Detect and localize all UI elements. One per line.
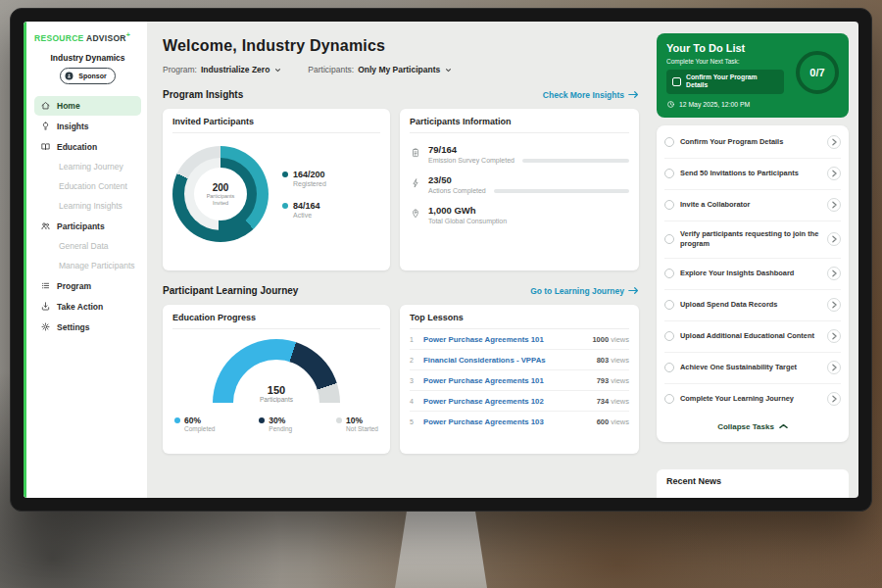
task-open-button[interactable]: [827, 267, 841, 280]
stat-value: 79/164: [428, 144, 629, 155]
gauge-legend-dot-1: [259, 417, 265, 423]
sidebar-item-home[interactable]: Home: [34, 96, 141, 116]
sidebar-item-take-action[interactable]: Take Action: [34, 297, 141, 317]
legend-label: Completed: [184, 425, 215, 432]
lesson-title-link[interactable]: Power Purchase Agreements 101: [423, 376, 591, 385]
task-open-button[interactable]: [827, 135, 841, 149]
go-to-learning-journey-link[interactable]: Go to Learning Journey: [530, 286, 639, 296]
legend-value: 164/200: [293, 170, 326, 179]
task-checkbox[interactable]: [664, 331, 674, 341]
sidebar-item-label: General Data: [59, 241, 109, 251]
task-open-button[interactable]: [827, 298, 841, 312]
legend-label: Registered: [293, 180, 326, 187]
task-row[interactable]: Complete Your Learning Journey: [664, 384, 841, 415]
sidebar-item-label: Insights: [57, 122, 89, 131]
lesson-row[interactable]: 5 Power Purchase Agreements 103 600 view…: [410, 412, 629, 431]
bulb-icon: [40, 121, 51, 131]
stat-body: 79/164 Emission Survey Completed: [428, 144, 629, 164]
sidebar-item-participants[interactable]: Participants: [34, 217, 141, 236]
gauge-legend-dot-0: [174, 417, 180, 423]
arrow-right-icon: [628, 286, 639, 295]
lesson-views: 803 views: [597, 356, 629, 365]
sidebar-item-education-content[interactable]: Education Content: [34, 177, 141, 196]
task-open-button[interactable]: [827, 361, 841, 374]
task-checkbox[interactable]: [664, 300, 674, 310]
stat-label: Actions Completed: [428, 187, 486, 194]
check-more-insights-link[interactable]: Check More Insights: [543, 90, 639, 100]
participants-filter-dropdown[interactable]: Participants: Only My Participants: [308, 65, 453, 74]
monitor-bezel: RESOURCE ADVISOR+ Industry Dynamics Spon…: [10, 8, 872, 512]
link-label: Check More Insights: [543, 90, 624, 100]
task-open-button[interactable]: [827, 167, 841, 180]
sidebar-item-manage-participants[interactable]: Manage Participants: [34, 257, 141, 275]
invited-participants-donut: 200 Participants Invited: [172, 146, 269, 242]
clock-icon: [666, 100, 675, 109]
task-label: Send 50 Invitations to Participants: [680, 169, 821, 178]
task-row[interactable]: Upload Spend Data Records: [664, 290, 841, 321]
stat-body: 23/50 Actions Completed: [428, 174, 629, 194]
task-open-button[interactable]: [827, 232, 841, 246]
chevron-right-icon: [831, 332, 838, 340]
lesson-title-link[interactable]: Power Purchase Agreements 102: [423, 397, 591, 406]
sidebar-item-label: Education: [57, 142, 97, 152]
task-row[interactable]: Send 50 Invitations to Participants: [664, 159, 841, 190]
sidebar-menu: Home Insights Education Learning Journey: [34, 96, 141, 338]
lesson-rank: 4: [410, 398, 417, 405]
gear-icon: [40, 321, 51, 332]
task-row[interactable]: Confirm Your Program Details: [664, 127, 841, 159]
lesson-row[interactable]: 3 Power Purchase Agreements 101 793 view…: [410, 370, 629, 391]
task-checkbox[interactable]: [664, 394, 674, 404]
lesson-row[interactable]: 1 Power Purchase Agreements 101 1000 vie…: [410, 329, 629, 350]
lesson-title-link[interactable]: Power Purchase Agreements 101: [423, 335, 586, 344]
gauge-legend-dot-2: [336, 417, 342, 423]
task-row[interactable]: Explore Your Insights Dashboard: [664, 259, 841, 290]
task-checkbox[interactable]: [664, 234, 674, 244]
sidebar-item-learning-journey[interactable]: Learning Journey: [34, 158, 141, 176]
list-icon: [40, 280, 51, 291]
sidebar-item-insights[interactable]: Insights: [34, 117, 141, 136]
task-row[interactable]: Invite a Collaborator: [664, 190, 841, 221]
legend-dot-registered: [282, 172, 288, 177]
lesson-row[interactable]: 2 Financial Considerations - VPPAs 803 v…: [410, 350, 629, 370]
sidebar-item-general-data[interactable]: General Data: [34, 237, 141, 256]
lesson-rank: 1: [410, 336, 417, 343]
task-row[interactable]: Upload Additional Educational Content: [664, 321, 841, 353]
next-task-checkbox[interactable]: [672, 77, 681, 86]
collapse-tasks-button[interactable]: Collapse Tasks: [664, 415, 841, 440]
task-label: Confirm Your Program Details: [680, 137, 821, 147]
task-checkbox[interactable]: [664, 169, 674, 178]
sponsor-badge[interactable]: Sponsor: [60, 68, 115, 84]
lesson-title-link[interactable]: Power Purchase Agreements 103: [423, 417, 591, 426]
task-row[interactable]: Achieve One Sustainability Target: [664, 353, 841, 384]
task-open-button[interactable]: [827, 329, 841, 343]
chevron-right-icon: [831, 170, 838, 177]
next-task-chip[interactable]: Confirm Your Program Details: [666, 70, 784, 94]
task-checkbox[interactable]: [664, 137, 674, 147]
task-row[interactable]: Verify participants requesting to join t…: [664, 221, 841, 259]
program-insights-title: Program Insights: [163, 89, 243, 100]
task-checkbox[interactable]: [664, 269, 674, 278]
filter-bar: Program: Industrialize Zero Participants…: [163, 65, 639, 74]
sidebar-item-label: Take Action: [57, 302, 103, 312]
legend-item-active: 84/164 Active: [282, 201, 326, 219]
recent-news-header[interactable]: Recent News: [657, 469, 849, 498]
progress-bar: [522, 159, 629, 163]
lesson-title-link[interactable]: Financial Considerations - VPPAs: [423, 356, 591, 365]
task-checkbox[interactable]: [664, 200, 674, 210]
sidebar-item-program[interactable]: Program: [34, 276, 141, 296]
task-open-button[interactable]: [827, 198, 841, 212]
progress-bar: [494, 189, 629, 193]
lesson-views: 793 views: [597, 376, 629, 385]
sidebar-item-settings[interactable]: Settings: [34, 318, 141, 337]
action-icon: [40, 301, 51, 312]
lesson-row[interactable]: 4 Power Purchase Agreements 102 734 view…: [410, 391, 629, 412]
card-title: Invited Participants: [172, 117, 380, 133]
sidebar-item-education[interactable]: Education: [34, 137, 141, 157]
task-checkbox[interactable]: [664, 363, 674, 372]
sidebar-item-learning-insights[interactable]: Learning Insights: [34, 197, 141, 216]
stat-label: Total Global Consumption: [428, 218, 507, 224]
task-open-button[interactable]: [827, 392, 841, 406]
main-content: Welcome, Industry Dynamics Program: Indu…: [147, 22, 651, 498]
learning-journey-header: Participant Learning Journey Go to Learn…: [163, 285, 639, 296]
program-filter-dropdown[interactable]: Program: Industrialize Zero: [163, 65, 282, 74]
